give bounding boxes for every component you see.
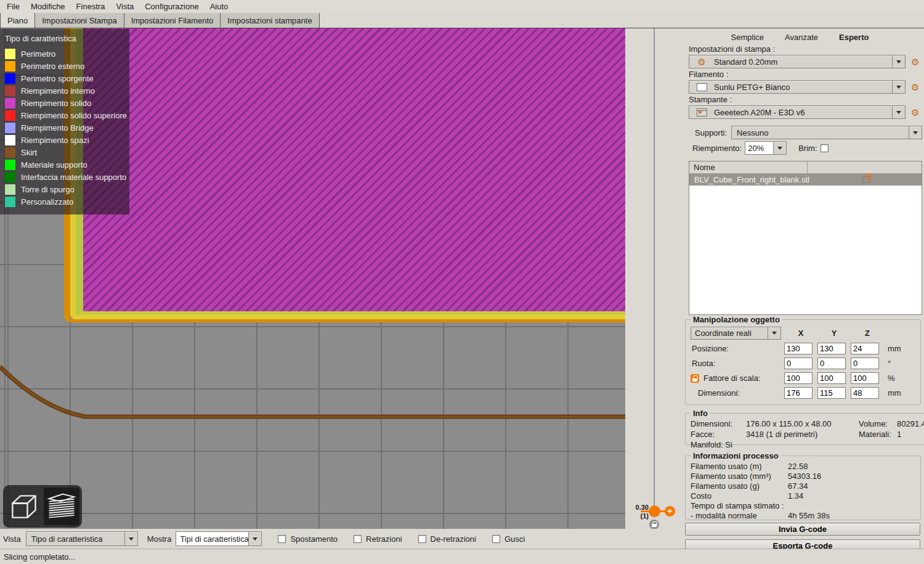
mode-avanzate[interactable]: Avanzate: [785, 33, 818, 42]
materials-label: Materiali:: [859, 430, 897, 439]
chevron-down-icon[interactable]: [909, 126, 922, 139]
info-group: Info Dimensioni: 176.00 x 115.00 x 48.00…: [685, 409, 924, 445]
deretractions-checkbox[interactable]: [418, 535, 426, 543]
perimeter-swatch: [5, 49, 15, 59]
add-layer-marker-button[interactable]: [665, 506, 675, 517]
uniform-scale-lock-icon[interactable]: [691, 374, 699, 383]
normal-mode-label: - modalità normale: [691, 511, 788, 520]
menu-modifiche[interactable]: Modifiche: [25, 1, 71, 12]
filament-g-label: Filamento usato (g): [691, 481, 788, 491]
rotate-x-field[interactable]: [784, 358, 813, 369]
view-3d-button[interactable]: [6, 488, 41, 525]
position-z-field[interactable]: [851, 343, 879, 354]
slider-lock-icon[interactable]: [649, 520, 659, 529]
legend-title: Tipo di caratteristica: [5, 34, 129, 43]
wipe-tower-swatch: [5, 184, 15, 195]
legend-label: Perimetro: [21, 49, 55, 59]
vista-select[interactable]: Tipo di caratteristica: [26, 531, 138, 546]
mode-esperto[interactable]: Esperto: [839, 33, 869, 42]
menu-vista[interactable]: Vista: [111, 1, 140, 12]
tab-bar: Piano Impostazioni Stampa Impostazioni F…: [0, 13, 924, 28]
brim-label: Brim:: [798, 144, 817, 153]
scale-unit: %: [884, 374, 906, 383]
legend-label: Materiale supporto: [21, 160, 87, 170]
printer-select[interactable]: Geeetech A20M - E3D v6: [689, 105, 906, 119]
slic3r-window: File Modifiche Finestra Vista Configuraz…: [0, 0, 924, 564]
name-column-header[interactable]: Nome: [689, 161, 808, 173]
view-layers-button[interactable]: [44, 488, 79, 525]
infill-select[interactable]: 20%: [745, 141, 787, 155]
dimensions-label: Dimensioni:: [691, 419, 746, 428]
mode-semplice[interactable]: Semplice: [731, 33, 764, 42]
overhang-perimeter-swatch: [5, 73, 15, 84]
legend-label: Torre di spurgo: [21, 185, 75, 194]
tab-piano[interactable]: Piano: [0, 13, 35, 28]
print-settings-select[interactable]: ⚙ Standard 0.20mm: [689, 55, 906, 68]
view-mode-switcher: [3, 485, 82, 528]
layer-slider-track[interactable]: [654, 28, 655, 510]
scale-y-field[interactable]: [817, 372, 846, 384]
object-manipulation-group: Manipolazione oggetto Coordinate reali X…: [685, 315, 921, 405]
scale-z-field[interactable]: [851, 372, 879, 384]
filament-g-value: 67.34: [788, 481, 917, 491]
cost-label: Costo: [691, 491, 788, 501]
tab-impostazioni-stampa[interactable]: Impostazioni Stampa: [35, 13, 124, 28]
legend-item: Riempimento solido superiore: [5, 109, 129, 121]
vista-value: Tipo di caratteristica: [26, 534, 124, 544]
internal-infill-swatch: [5, 86, 15, 96]
cost-value: 1.34: [788, 491, 917, 501]
settings-panel: Semplice Avanzate Esperto Impostazioni d…: [678, 28, 924, 549]
filament-mm3-label: Filamento usato (mm³): [691, 472, 788, 481]
chevron-down-icon[interactable]: [773, 142, 786, 154]
chevron-down-icon[interactable]: [892, 55, 905, 68]
retractions-checkbox[interactable]: [354, 535, 362, 543]
size-z-field[interactable]: [851, 387, 879, 399]
supports-select[interactable]: Nessuno: [731, 126, 922, 139]
top-solid-infill-swatch: [5, 110, 15, 121]
materials-value: 1: [897, 430, 924, 439]
filament-mm3-value: 54303.16: [788, 472, 917, 481]
filament-select[interactable]: Sunlu PETG+ Bianco: [689, 80, 906, 94]
chevron-down-icon[interactable]: [768, 327, 780, 339]
size-unit: mm: [884, 388, 906, 398]
send-gcode-button[interactable]: Invia G-code: [685, 523, 920, 536]
menu-file[interactable]: File: [1, 1, 25, 12]
scale-x-field[interactable]: [784, 372, 813, 384]
support-interface-swatch: [5, 172, 15, 182]
position-y-field[interactable]: [817, 343, 846, 354]
travel-checkbox[interactable]: [278, 535, 286, 543]
mostra-select[interactable]: Tipi di caratteristica: [176, 531, 262, 546]
tab-impostazioni-filamento[interactable]: Impostazioni Filamento: [124, 13, 221, 28]
position-x-field[interactable]: [784, 343, 813, 354]
chevron-down-icon[interactable]: [892, 106, 905, 118]
chevron-down-icon[interactable]: [124, 532, 137, 546]
layers-stack-icon: [46, 491, 78, 523]
layer-preview-canvas[interactable]: Tipo di caratteristica Perimetro Perimet…: [0, 28, 625, 529]
skirt-swatch: [5, 147, 15, 158]
retractions-label: Retrazioni: [366, 534, 402, 544]
facets-value: 3418 (1 di perimetri): [746, 430, 859, 439]
legend-label: Interfaccia materiale supporto: [21, 173, 126, 182]
object-list-row[interactable]: BLV_Cube_Front_right_blank.stl: [689, 174, 922, 186]
brim-checkbox[interactable]: [821, 144, 829, 152]
printer-gear-button[interactable]: ⚙: [911, 108, 919, 117]
filament-gear-button[interactable]: ⚙: [911, 83, 919, 92]
layer-slider-handle[interactable]: [649, 505, 660, 517]
menu-finestra[interactable]: Finestra: [71, 1, 111, 12]
size-y-field[interactable]: [817, 387, 846, 399]
chevron-down-icon[interactable]: [248, 532, 261, 546]
chevron-down-icon[interactable]: [892, 81, 905, 93]
tab-impostazioni-stampante[interactable]: Impostazioni stampante: [221, 13, 319, 28]
rotate-y-field[interactable]: [817, 358, 846, 369]
shells-checkbox[interactable]: [492, 535, 500, 543]
size-x-field[interactable]: [784, 387, 813, 399]
menu-aiuto[interactable]: Aiuto: [205, 1, 234, 12]
axis-z-header: Z: [851, 329, 884, 338]
print-settings-gear-button[interactable]: ⚙: [911, 57, 919, 67]
feature-type-legend: Tipo di caratteristica Perimetro Perimet…: [0, 29, 129, 215]
legend-item: Torre di spurgo: [5, 183, 129, 195]
coordinates-select[interactable]: Coordinate reali: [691, 327, 781, 340]
rotate-z-field[interactable]: [851, 358, 879, 369]
menu-configurazione[interactable]: Configurazione: [139, 1, 204, 12]
layer-slider-gutter: 0.30 (1): [625, 28, 678, 549]
